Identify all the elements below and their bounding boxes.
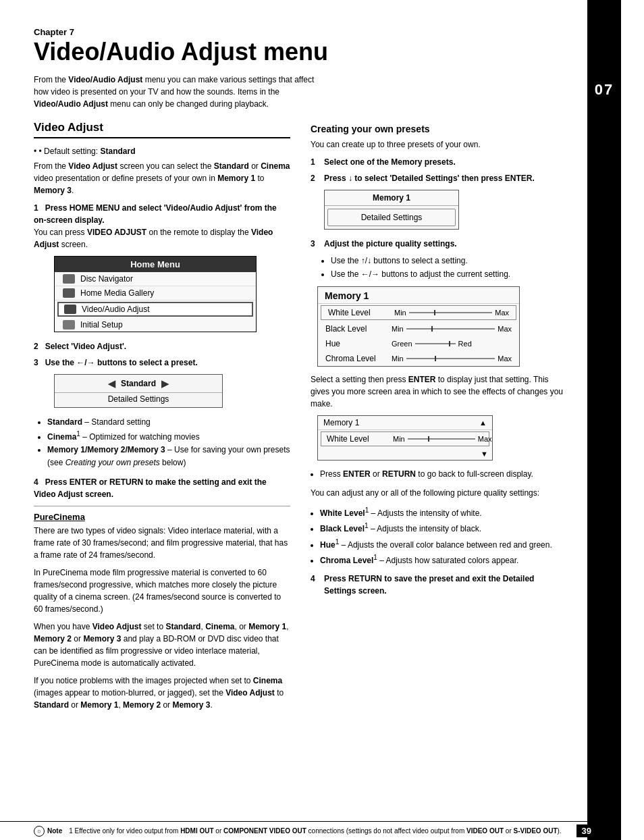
- chroma-level-row: Chroma Level Min Max: [318, 351, 519, 366]
- note-label: Note: [47, 827, 62, 835]
- note-circle: ○: [34, 826, 45, 837]
- adjust-intro-text: You can adjust any or all of the followi…: [311, 487, 567, 499]
- purecinema-title: PureCinema: [34, 512, 290, 522]
- video-adjust-icon: [64, 305, 76, 314]
- step-2: 2 Select 'Video Adjust'.: [34, 340, 290, 352]
- memory-simple-detailed: Detailed Settings: [327, 209, 456, 226]
- initial-setup-icon: [63, 320, 75, 330]
- video-adjust-bullets: Standard – Standard setting Cinema1 – Op…: [47, 416, 290, 470]
- cr-step-3: 3 Adjust the picture quality settings.: [311, 238, 567, 250]
- chapter-tab: 07: [587, 0, 621, 840]
- memory-simple-title: Memory 1: [325, 190, 458, 206]
- chapter-tab-number: 07: [595, 81, 614, 99]
- cr-step-3-bullets: Use the ↑/↓ buttons to select a setting.…: [331, 254, 567, 282]
- menu-item-video: Video/Audio Adjust: [57, 302, 253, 317]
- memory-adjust-title: Memory 1: [318, 287, 519, 304]
- down-arrow-icon: ▼: [481, 450, 488, 458]
- home-menu-box: Home Menu Disc Navigator Home Media Gall…: [54, 256, 257, 332]
- home-media-icon: [63, 288, 75, 298]
- creating-presets-title: Creating your own presets: [311, 124, 567, 134]
- video-adjust-para1: From the Video Adjust screen you can sel…: [34, 160, 290, 196]
- preset-detailed-settings: Detailed Settings: [55, 392, 222, 407]
- cr-step-4: 4 Press RETURN to save the preset and ex…: [311, 573, 567, 597]
- chapter-label: Chapter 7: [34, 27, 567, 37]
- settings-bullets: Press ENTER or RETURN to go back to full…: [320, 467, 567, 481]
- menu-item-setup: Initial Setup: [55, 318, 256, 332]
- arrow-left-icon: ◀: [108, 378, 115, 389]
- step-4: 4 Press ENTER or RETURN to make the sett…: [34, 476, 290, 500]
- step-1: 1 Press HOME MENU and select 'Video/Audi…: [34, 202, 290, 251]
- video-adjust-section-title: Video Adjust: [34, 121, 290, 138]
- footnote-text: 1 Effective only for video output from H…: [69, 826, 561, 836]
- purecinema-para3: When you have Video Adjust set to Standa…: [34, 621, 290, 669]
- purecinema-para2: In PureCinema mode film progressive mate…: [34, 567, 290, 615]
- arrow-right-icon: ▶: [161, 378, 169, 389]
- up-arrow-icon: ▲: [479, 419, 487, 427]
- white-level-row: White Level Min Max: [321, 305, 516, 320]
- disc-navigator-icon: [63, 274, 75, 284]
- quality-settings-list: White Level1 – Adjusts the intensity of …: [320, 504, 567, 568]
- creating-presets-intro: You can create up to three presets of yo…: [311, 138, 567, 151]
- hue-row: Hue Green Red: [318, 336, 519, 351]
- enter-display-text: Select a setting then press ENTER to dis…: [311, 373, 567, 410]
- memory-single-title: Memory 1 ▲: [318, 416, 492, 430]
- menu-item-media: Home Media Gallery: [55, 286, 256, 300]
- footer: ○ Note 1 Effective only for video output…: [0, 821, 610, 840]
- cr-step-2: 2 Press ↓ to select 'Detailed Settings' …: [311, 172, 567, 184]
- chapter-title: Video/Audio Adjust menu: [34, 38, 567, 65]
- menu-item-disc: Disc Navigator: [55, 272, 256, 286]
- note-icon: ○ Note: [34, 826, 62, 837]
- white-level-single-row: White Level Min Max: [321, 431, 489, 446]
- page-number: 39: [576, 824, 597, 837]
- step-3: 3 Use the ←/→ buttons to select a preset…: [34, 357, 290, 369]
- default-setting: • Default setting: Standard: [34, 145, 290, 157]
- black-level-row: Black Level Min Max: [318, 321, 519, 336]
- memory-single-box: Memory 1 ▲ White Level Min Max: [317, 415, 493, 461]
- purecinema-para4: If you notice problems with the images p…: [34, 675, 290, 711]
- home-menu-title: Home Menu: [55, 257, 256, 272]
- memory-simple-box: Memory 1 Detailed Settings: [324, 190, 459, 230]
- intro-text: From the Video/Audio Adjust menu you can…: [34, 74, 317, 110]
- preset-box: ◀ Standard ▶ Detailed Settings: [54, 374, 223, 408]
- memory-adjust-box: Memory 1 White Level Min Max: [317, 286, 520, 367]
- cr-step-1: 1 Select one of the Memory presets.: [311, 156, 567, 168]
- purecinema-para1: There are two types of video signals: Vi…: [34, 525, 290, 561]
